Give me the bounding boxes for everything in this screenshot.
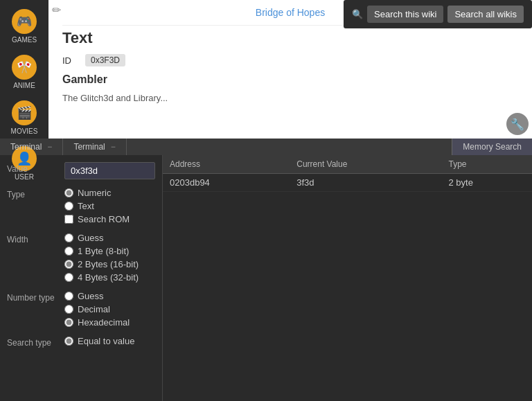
type-text-option[interactable]: Text — [64, 201, 130, 211]
search-all-wikis-button[interactable]: Search all wikis — [447, 6, 524, 23]
games-icon: 🎮 — [12, 9, 37, 34]
content-text: The Glitch3d and Library... — [48, 89, 532, 107]
col-type: Type — [442, 155, 532, 174]
sidebar-item-games[interactable]: 🎮 GAMES — [0, 3, 48, 49]
id-value: 0x3F3D — [85, 54, 125, 66]
cell-current-value: 3f3d — [290, 174, 441, 192]
nt-guess-label: Guess — [78, 291, 104, 301]
id-label: ID — [62, 55, 71, 66]
width-label: Width — [7, 233, 59, 244]
results-table: Address Current Value Type 0203db94 3f3d… — [163, 155, 532, 192]
type-text-label: Text — [78, 201, 94, 211]
type-search-rom-label: Search ROM — [78, 214, 130, 224]
width-2bytes-option[interactable]: 2 Bytes (16-bit) — [64, 259, 139, 269]
width-guess-label: Guess — [78, 233, 104, 243]
anime-icon: 🎌 — [12, 55, 37, 80]
width-4bytes-radio[interactable] — [64, 273, 73, 282]
width-4bytes-option[interactable]: 4 Bytes (32-bit) — [64, 272, 139, 283]
width-1byte-radio[interactable] — [64, 247, 73, 256]
edit-icon[interactable]: ✏ — [52, 3, 61, 17]
type-search-rom-checkbox[interactable] — [64, 215, 73, 224]
cell-type: 2 byte — [442, 174, 532, 192]
width-4bytes-label: 4 Bytes (32-bit) — [78, 272, 139, 283]
type-numeric-label: Numeric — [78, 188, 111, 198]
equal-to-value-option[interactable]: Equal to value — [64, 336, 134, 346]
width-1byte-option[interactable]: 1 Byte (8-bit) — [64, 246, 139, 256]
search-wiki-icon: 🔍 — [352, 9, 363, 19]
number-type-section: Number type Guess Decimal Hexadecimal — [7, 291, 155, 328]
nt-hexadecimal-radio[interactable] — [64, 318, 73, 327]
terminal-tab-1-label: Terminal — [10, 142, 42, 152]
search-form: Value Type Numeric Text Search ROM — [0, 155, 163, 401]
terminal-tab-1[interactable]: Terminal − — [0, 139, 63, 155]
width-radio-group: Guess 1 Byte (8-bit) 2 Bytes (16-bit) 4 … — [64, 233, 139, 283]
type-numeric-option[interactable]: Numeric — [64, 188, 130, 198]
nt-hexadecimal-label: Hexadecimal — [78, 317, 130, 328]
equal-to-value-label: Equal to value — [78, 336, 134, 346]
col-address: Address — [163, 155, 290, 174]
search-type-radio-group: Equal to value — [64, 336, 134, 346]
terminal-bar: Terminal − Terminal − Memory Search — [0, 139, 532, 155]
wrench-icon[interactable]: 🔧 — [506, 113, 529, 135]
table-row[interactable]: 0203db94 3f3d 2 byte — [163, 174, 532, 192]
col-current-value: Current Value — [290, 155, 441, 174]
content-title: Text — [48, 26, 532, 51]
nt-guess-option[interactable]: Guess — [64, 291, 130, 301]
width-1byte-label: 1 Byte (8-bit) — [78, 246, 129, 256]
memory-search-tab[interactable]: Memory Search — [452, 139, 532, 155]
nt-guess-radio[interactable] — [64, 292, 73, 301]
terminal-tab-2[interactable]: Terminal − — [63, 139, 126, 155]
nt-hexadecimal-option[interactable]: Hexadecimal — [64, 317, 130, 328]
value-input[interactable] — [64, 162, 155, 179]
value-section: Value — [7, 162, 155, 179]
main-content: ✏ 🔍 Search this wiki Search all wikis Br… — [48, 0, 532, 139]
id-row: ID 0x3F3D — [48, 51, 532, 70]
type-label: Type — [7, 188, 59, 199]
value-label: Value — [7, 162, 59, 174]
search-type-section: Search type Equal to value — [7, 336, 155, 348]
terminal-tab-1-close[interactable]: − — [47, 142, 52, 152]
width-2bytes-radio[interactable] — [64, 260, 73, 269]
width-section: Width Guess 1 Byte (8-bit) 2 Bytes (16-b… — [7, 233, 155, 283]
width-guess-radio[interactable] — [64, 233, 73, 242]
type-numeric-radio[interactable] — [64, 188, 73, 197]
type-section: Type Numeric Text Search ROM — [7, 188, 155, 224]
sidebar-item-anime[interactable]: 🎌 ANIME — [0, 49, 48, 95]
nt-decimal-option[interactable]: Decimal — [64, 304, 130, 314]
sidebar: 🎮 GAMES 🎌 ANIME 🎬 MOVIES 👤 USER — [0, 0, 48, 139]
bottom-panel: Value Type Numeric Text Search ROM — [0, 155, 532, 401]
movies-icon: 🎬 — [12, 100, 37, 125]
width-2bytes-label: 2 Bytes (16-bit) — [78, 259, 139, 269]
search-type-label: Search type — [7, 336, 59, 348]
type-radio-group: Numeric Text Search ROM — [64, 188, 130, 224]
results-panel: Address Current Value Type 0203db94 3f3d… — [163, 155, 532, 401]
number-type-label: Number type — [7, 291, 59, 303]
memory-search-tab-label: Memory Search — [463, 142, 522, 152]
width-guess-option[interactable]: Guess — [64, 233, 139, 243]
nt-decimal-radio[interactable] — [64, 305, 73, 314]
equal-to-value-radio[interactable] — [64, 337, 73, 346]
type-search-rom-option[interactable]: Search ROM — [64, 214, 130, 224]
sidebar-item-movies-label: MOVIES — [11, 127, 38, 135]
content-subtitle: Gambler — [48, 70, 532, 89]
sidebar-item-anime-label: ANIME — [13, 82, 35, 89]
number-type-radio-group: Guess Decimal Hexadecimal — [64, 291, 130, 328]
type-text-radio[interactable] — [64, 202, 73, 211]
wiki-overlay: 🔍 Search this wiki Search all wikis — [344, 0, 532, 28]
sidebar-item-games-label: GAMES — [12, 36, 37, 44]
terminal-tab-2-label: Terminal — [73, 142, 105, 152]
search-this-wiki-button[interactable]: Search this wiki — [367, 6, 443, 23]
cell-address: 0203db94 — [163, 174, 290, 192]
sidebar-item-movies[interactable]: 🎬 MOVIES — [0, 95, 48, 141]
nt-decimal-label: Decimal — [78, 304, 110, 314]
terminal-tab-2-close[interactable]: − — [111, 142, 116, 152]
